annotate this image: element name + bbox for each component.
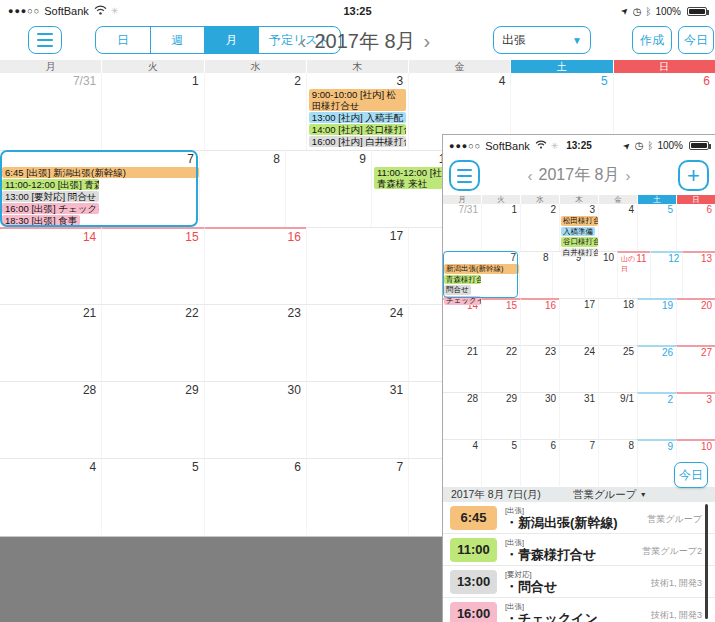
calendar-day-cell[interactable]: 8 (598, 439, 637, 486)
calendar-day-cell[interactable]: 16 (520, 298, 559, 345)
scrollbar[interactable] (705, 504, 708, 619)
calendar-day-cell[interactable]: 6 (520, 439, 559, 486)
today-button[interactable]: 今日 (674, 462, 708, 488)
filter-dropdown[interactable]: 出張 ▼ (493, 26, 591, 54)
calendar-day-cell[interactable]: 29 (481, 392, 520, 439)
calendar-day-cell[interactable]: 18 (598, 298, 637, 345)
calendar-day-cell[interactable]: 76:45 [出張] 新潟出張(新幹線)11:00-12:00 [出張] 青森1… (0, 150, 199, 227)
group-filter[interactable]: 営業グループ (573, 488, 637, 502)
menu-button[interactable] (449, 160, 480, 191)
event-chip[interactable]: 青森様打合 (444, 275, 481, 285)
calendar-day-cell[interactable]: 4 (598, 204, 637, 251)
event-chip[interactable]: 11:00-12:00 [出張] 青森 (2, 179, 99, 190)
calendar-day-cell[interactable]: 1 (481, 204, 520, 251)
event-list-item[interactable]: 11:00[出張]・青森様打合せ営業グループ2 (443, 534, 715, 566)
calendar-day-cell[interactable]: 28 (0, 381, 101, 458)
calendar-day-cell[interactable]: 15 (101, 227, 203, 304)
event-chip[interactable]: 18:30 [出張] 食事 (2, 215, 80, 226)
calendar-day-cell[interactable]: 22 (481, 345, 520, 392)
event-chip[interactable]: チェックイ (444, 296, 481, 306)
calendar-day-cell[interactable]: 29 (101, 381, 203, 458)
calendar-day-cell[interactable]: 4 (0, 458, 101, 535)
calendar-day-cell[interactable]: 5 (101, 458, 203, 535)
calendar-day-cell[interactable]: 9/1 (598, 392, 637, 439)
calendar-day-cell[interactable]: 13 (682, 251, 715, 298)
calendar-day-cell[interactable]: 27 (676, 345, 715, 392)
calendar-day-cell[interactable]: 31 (559, 392, 598, 439)
calendar-day-cell[interactable]: 8 (199, 150, 285, 227)
calendar-day-cell[interactable]: 23 (520, 345, 559, 392)
calendar-day-cell[interactable]: 9 (637, 439, 676, 486)
calendar-day-cell[interactable]: 21 (0, 304, 101, 381)
event-chip[interactable]: 6:45 [出張] 新潟出張(新幹線) (2, 167, 199, 178)
calendar-day-cell[interactable]: 10 (584, 251, 617, 298)
calendar-day-cell[interactable]: 19 (637, 298, 676, 345)
event-list-item[interactable]: 6:45[出張]・新潟出張(新幹線)営業グループ (443, 502, 715, 534)
calendar-day-cell[interactable]: 22 (101, 304, 203, 381)
event-list-item[interactable]: 13:00[要対応]・問合せ技術1, 開発3 (443, 566, 715, 598)
calendar-day-cell[interactable]: 14 (443, 298, 481, 345)
event-chip[interactable]: 松田様打合 (561, 216, 598, 226)
calendar-day-cell[interactable]: 7/31 (0, 73, 101, 150)
calendar-day-cell[interactable]: 8 (519, 251, 552, 298)
calendar-day-cell[interactable]: 3 (676, 392, 715, 439)
event-chip[interactable]: 白井様打合 (561, 248, 598, 258)
calendar-day-cell[interactable]: 5 (637, 204, 676, 251)
calendar-day-cell[interactable]: 30 (204, 381, 306, 458)
calendar-day-cell[interactable]: 7 (306, 458, 408, 535)
calendar-day-cell[interactable]: 28 (443, 392, 481, 439)
calendar-day-cell[interactable]: 1 (101, 73, 203, 150)
calendar-day-cell[interactable]: 2 (520, 204, 559, 251)
calendar-day-cell[interactable]: 4 (443, 439, 481, 486)
calendar-day-cell[interactable]: 9 (552, 251, 585, 298)
calendar-day-cell[interactable]: 2 (637, 392, 676, 439)
event-chip[interactable]: 16:00 [社内] 白井様打合 (309, 136, 406, 147)
add-event-button[interactable]: + (678, 160, 709, 191)
calendar-day-cell[interactable]: 24 (306, 304, 408, 381)
calendar-day-cell[interactable]: 2 (204, 73, 306, 150)
calendar-day-cell[interactable]: 30 (520, 392, 559, 439)
calendar-day-cell[interactable]: 24 (559, 345, 598, 392)
calendar-day-cell[interactable]: 39:00-10:00 [社内] 松田様打合せ13:00 [社内] 入稿手配14… (306, 73, 408, 150)
calendar-day-cell[interactable]: 9 (285, 150, 371, 227)
prev-month-button[interactable]: ‹ (528, 168, 533, 183)
event-chip[interactable]: 13:00 [要対応] 問合せ (2, 191, 99, 202)
event-chip[interactable]: 入稿準備 (561, 227, 595, 237)
view-tab-月[interactable]: 月 (204, 27, 258, 53)
calendar-day-cell[interactable]: 3松田様打合入稿準備谷口様打合白井様打合 (559, 204, 598, 251)
calendar-day-cell[interactable]: 山の日11 (617, 251, 650, 298)
calendar-day-cell[interactable]: 7新潟出張(新幹線)青森様打合問合せチェックイ (443, 251, 519, 298)
view-tab-週[interactable]: 週 (150, 27, 204, 53)
calendar-day-cell[interactable]: 7/31 (443, 204, 481, 251)
calendar-day-cell[interactable]: 7 (559, 439, 598, 486)
calendar-day-cell[interactable]: 12 (650, 251, 683, 298)
event-chip[interactable]: 13:00 [社内] 入稿手配 (309, 112, 406, 123)
calendar-day-cell[interactable]: 6 (204, 458, 306, 535)
calendar-day-cell[interactable]: 16 (204, 227, 306, 304)
calendar-day-cell[interactable]: 20 (676, 298, 715, 345)
event-chip[interactable]: 問合せ (444, 285, 471, 295)
calendar-day-cell[interactable]: 6 (676, 204, 715, 251)
event-chip[interactable]: 14:00 [社内] 谷口様打合 (309, 124, 406, 135)
view-tab-日[interactable]: 日 (96, 27, 150, 53)
next-month-button[interactable]: › (625, 168, 630, 183)
calendar-day-cell[interactable]: 26 (637, 345, 676, 392)
calendar-day-cell[interactable]: 14 (0, 227, 101, 304)
next-month-button[interactable]: › (424, 31, 431, 51)
event-chip[interactable]: 9:00-10:00 [社内] 松田様打合せ (309, 89, 406, 111)
today-button[interactable]: 今日 (678, 26, 714, 54)
calendar-day-cell[interactable]: 23 (204, 304, 306, 381)
calendar-day-cell[interactable]: 25 (598, 345, 637, 392)
create-button[interactable]: 作成 (632, 26, 672, 54)
prev-month-button[interactable]: ‹ (300, 31, 307, 51)
calendar-day-cell[interactable]: 15 (481, 298, 520, 345)
calendar-day-cell[interactable]: 17 (559, 298, 598, 345)
calendar-day-cell[interactable]: 31 (306, 381, 408, 458)
menu-button[interactable] (28, 26, 62, 54)
calendar-day-cell[interactable]: 17 (306, 227, 408, 304)
event-list-item[interactable]: 16:00[出張]・チェックイン技術1, 開発3 (443, 598, 715, 622)
event-chip[interactable]: 谷口様打合 (561, 237, 598, 247)
calendar-day-cell[interactable]: 5 (481, 439, 520, 486)
event-chip[interactable]: 16:00 [出張] チェックイ (2, 203, 99, 214)
event-chip[interactable]: 新潟出張(新幹線) (444, 264, 519, 274)
